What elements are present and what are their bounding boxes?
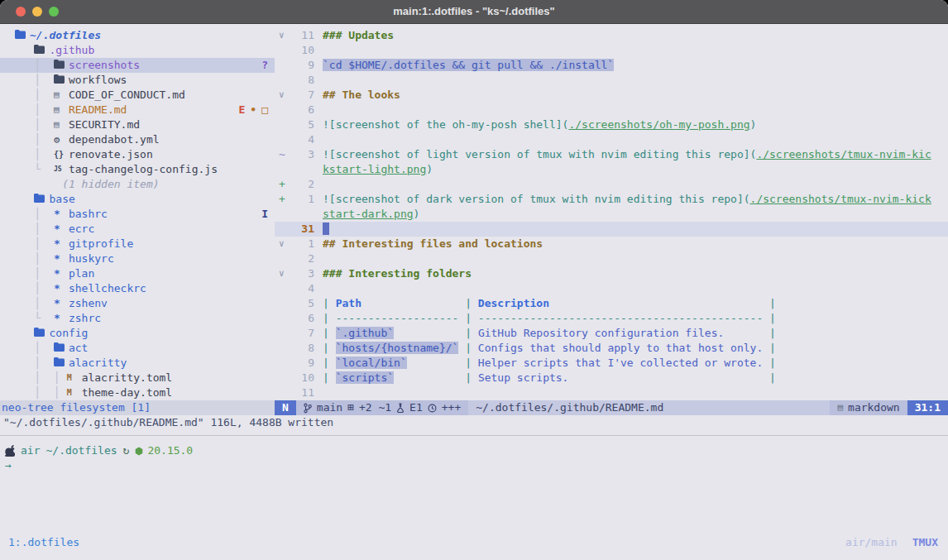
tree-item-zshenv[interactable]: │ *zshenv xyxy=(0,296,275,311)
editor-line[interactable]: 4 xyxy=(275,281,948,296)
editor-line[interactable]: 4 xyxy=(275,132,948,147)
tree-item-plan[interactable]: │ *plan xyxy=(0,266,275,281)
markdown-file-icon: ▤ xyxy=(837,400,843,415)
line-number: 31 xyxy=(293,222,314,237)
prompt-arrow[interactable]: → xyxy=(5,458,12,473)
tree-item-tag-changelog-config-js[interactable]: └ JStag-changelog-config.js xyxy=(0,162,275,177)
indent-guide: │ xyxy=(15,88,54,103)
tree-item-dependabot-yml[interactable]: │ ⚙dependabot.yml xyxy=(0,132,275,147)
tree-item-base[interactable]: base xyxy=(0,192,275,207)
editor-line[interactable]: +1![screenshot of dark version of tmux w… xyxy=(275,192,948,207)
doc-icon: ▤ xyxy=(54,103,69,117)
indent-guide: │ │ xyxy=(15,385,67,400)
tree-item-alacritty-toml[interactable]: │ │ Malacritty.toml xyxy=(0,371,275,385)
indent-guide xyxy=(15,43,34,58)
line-number: 6 xyxy=(293,311,314,326)
git-status-badges: E•□ xyxy=(239,103,275,117)
text-segment: | xyxy=(458,327,477,339)
tree-item-theme-day-toml[interactable]: │ │ Mtheme-day.toml xyxy=(0,385,275,400)
tree-item-config[interactable]: config xyxy=(0,326,275,341)
editor-line[interactable]: 10 xyxy=(275,43,948,58)
indent-guide xyxy=(15,192,34,207)
editor-line[interactable]: 2 xyxy=(275,251,948,266)
indent-guide xyxy=(15,326,34,341)
git-branch-icon xyxy=(304,403,312,414)
line-number: 7 xyxy=(293,326,314,341)
status-badge: • xyxy=(250,103,256,117)
m-icon: M xyxy=(67,385,82,400)
editor-line[interactable]: 6| ------------------- | ---------------… xyxy=(275,311,948,326)
editor-line[interactable]: kstart-light.png) xyxy=(275,162,948,177)
shell-prompt[interactable]: air ~/.dotfiles ↻ 20.15.0 → xyxy=(0,443,948,473)
tree-item-shellcheckrc[interactable]: │ *shellcheckrc xyxy=(0,281,275,296)
editor-line[interactable]: ∨1## Interesting files and locations xyxy=(275,237,948,251)
indent-guide: │ xyxy=(15,296,54,311)
editor-line[interactable]: 8 xyxy=(275,73,948,88)
gutter xyxy=(275,251,293,266)
editor-pane[interactable]: ∨11### Updates109`cd $HOME/.dotfiles && … xyxy=(275,24,948,415)
text-segment: ### Interesting folders xyxy=(323,267,472,280)
tree-item-zshrc[interactable]: └ *zshrc xyxy=(0,311,275,326)
gutter xyxy=(275,43,293,58)
title-bar[interactable]: main:1:.dotfiles - "ks~/.dotfiles" xyxy=(0,0,948,24)
cursor-position: 31:1 xyxy=(907,400,948,415)
editor-line[interactable]: 7| `.github` | GitHub Repository configu… xyxy=(275,326,948,341)
editor-line[interactable]: 6 xyxy=(275,103,948,117)
tree-item-1-hidden-item[interactable]: (1 hidden item) xyxy=(0,177,275,192)
text-segment: ![screenshot of the oh-my-posh shell]( xyxy=(323,118,568,131)
tree-item-gitprofile[interactable]: │ *gitprofile xyxy=(0,237,275,251)
editor-line[interactable]: 10| `scripts` | Setup scripts. | xyxy=(275,371,948,385)
tree-item-act[interactable]: │ act xyxy=(0,341,275,356)
editor-line[interactable]: ∨7## The looks xyxy=(275,88,948,103)
fold-marker[interactable]: ∨ xyxy=(275,88,293,103)
indent-guide: └ xyxy=(15,162,54,177)
tree-item-github[interactable]: .github xyxy=(0,43,275,58)
text-segment: ) xyxy=(414,208,420,220)
tree-item-label: alacritty xyxy=(69,356,127,371)
line-text: ![screenshot of dark version of tmux wit… xyxy=(314,192,931,207)
editor-line[interactable]: 5![screenshot of the oh-my-posh shell](.… xyxy=(275,117,948,132)
tree-item-huskyrc[interactable]: │ *huskyrc xyxy=(0,251,275,266)
tree-item-renovate-json[interactable]: │ {}renovate.json xyxy=(0,147,275,162)
editor-line[interactable]: 9`cd $HOME/.dotfiles && git pull && ./in… xyxy=(275,58,948,73)
editor-buffer[interactable]: ∨11### Updates109`cd $HOME/.dotfiles && … xyxy=(275,24,948,400)
editor-line[interactable]: +2 xyxy=(275,177,948,192)
editor-line[interactable]: start-dark.png) xyxy=(275,207,948,222)
tree-item-workflows[interactable]: │ workflows xyxy=(0,73,275,88)
line-number: 1 xyxy=(293,237,314,251)
editor-line[interactable]: 5| Path | Description | xyxy=(275,296,948,311)
tmux-window-item[interactable]: 1:.dotfiles xyxy=(8,535,79,550)
neo-tree-statusline: neo-tree filesystem [1] xyxy=(0,400,275,415)
editor-line[interactable]: ∨11### Updates xyxy=(275,28,948,43)
tree-item-ecrc[interactable]: │ *ecrc xyxy=(0,222,275,237)
tree-item-security-md[interactable]: │ ▤SECURITY.md xyxy=(0,117,275,132)
editor-line[interactable]: 11 xyxy=(275,385,948,400)
editor-line[interactable]: 9| `local/bin` | Helper scripts that I'v… xyxy=(275,356,948,371)
tree-item-alacritty[interactable]: │ alacritty xyxy=(0,356,275,371)
fold-marker[interactable]: ∨ xyxy=(275,266,293,281)
indent-guide: │ xyxy=(15,222,54,237)
tree-item-bashrc[interactable]: │ *bashrcI xyxy=(0,207,275,222)
editor-line[interactable]: ∨3### Interesting folders xyxy=(275,266,948,281)
status-badge: □ xyxy=(261,103,268,117)
line-text: | `.github` | GitHub Repository configur… xyxy=(314,326,776,341)
tree-item-label: shellcheckrc xyxy=(69,281,146,296)
tree-item-label: base xyxy=(49,192,74,207)
fold-marker[interactable]: ∨ xyxy=(275,28,293,43)
line-number: 5 xyxy=(293,117,314,132)
text-segment: | xyxy=(458,357,477,369)
fold-marker[interactable]: ∨ xyxy=(275,237,293,251)
git-sign: + xyxy=(275,192,293,207)
editor-line[interactable]: 8| `hosts/{hostname}/` | Configs that sh… xyxy=(275,341,948,356)
gutter xyxy=(275,356,293,371)
line-text: kstart-light.png) xyxy=(314,162,433,177)
tree-item-code-of-conduct-md[interactable]: │ ▤CODE_OF_CONDUCT.md xyxy=(0,88,275,103)
editor-line[interactable]: ~3![screenshot of light version of tmux … xyxy=(275,147,948,162)
tree-item-screenshots[interactable]: │ screenshots? xyxy=(0,58,275,73)
editor-line-current[interactable]: 31 xyxy=(275,222,948,237)
tmux-status-bar: 1:.dotfiles air/main TMUX xyxy=(0,529,948,560)
tree-item-readme-md[interactable]: │ ▤README.mdE•□ xyxy=(0,103,275,117)
tree-item-dotfiles[interactable]: ~/.dotfiles xyxy=(0,28,275,43)
text-segment: | xyxy=(323,342,336,354)
tree-item-label: workflows xyxy=(69,73,127,88)
